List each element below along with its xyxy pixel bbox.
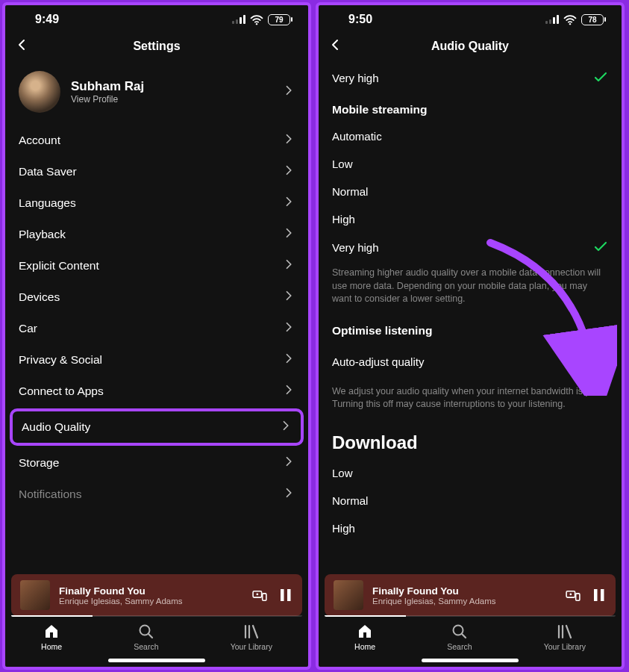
tab-library[interactable]: Your Library — [231, 623, 272, 651]
option-mobile-low[interactable]: Low — [319, 150, 622, 178]
tab-bar: Home Search Your Library — [319, 616, 622, 656]
chevron-right-icon — [284, 322, 295, 335]
chevron-right-icon — [284, 456, 295, 470]
chevron-right-icon — [284, 228, 295, 241]
settings-item-devices[interactable]: Devices — [5, 281, 308, 313]
profile-name: Subham Raj — [71, 79, 274, 94]
pause-icon[interactable] — [278, 588, 293, 603]
tab-home[interactable]: Home — [41, 623, 62, 651]
chevron-right-icon — [284, 488, 295, 501]
tab-home[interactable]: Home — [354, 623, 375, 651]
option-wifi-very-high[interactable]: Very high — [319, 63, 622, 93]
settings-item-playback[interactable]: Playback — [5, 219, 308, 250]
option-mobile-high[interactable]: High — [319, 205, 622, 233]
back-button[interactable] — [16, 39, 28, 54]
settings-item-data-saver[interactable]: Data Saver — [5, 156, 308, 187]
page-title: Audio Quality — [431, 40, 509, 53]
section-mobile-streaming: Mobile streaming — [319, 93, 622, 122]
pause-icon[interactable] — [592, 588, 607, 603]
nav-header: Audio Quality — [319, 29, 622, 63]
settings-item-explicit-content[interactable]: Explicit Content — [5, 250, 308, 281]
chevron-right-icon — [284, 385, 295, 398]
settings-item-car[interactable]: Car — [5, 313, 308, 344]
chevron-right-icon — [284, 165, 295, 178]
settings-item-audio-quality[interactable]: Audio Quality — [13, 411, 301, 443]
nav-header: Settings — [5, 29, 308, 63]
auto-adjust-toggle[interactable] — [569, 351, 608, 373]
home-icon — [357, 623, 373, 640]
option-download-low[interactable]: Low — [319, 459, 622, 487]
status-icons: 79 — [232, 14, 290, 25]
settings-item-storage[interactable]: Storage — [5, 447, 308, 479]
np-artist: Enrique Iglesias, Sammy Adams — [59, 597, 242, 606]
wifi-icon — [250, 14, 263, 25]
now-playing-bar[interactable]: Finally Found You Enrique Iglesias, Samm… — [11, 574, 302, 616]
chevron-left-icon — [329, 39, 341, 51]
chevron-right-icon — [284, 290, 295, 304]
library-icon — [557, 623, 573, 640]
home-indicator[interactable] — [422, 659, 519, 662]
check-icon — [593, 71, 608, 85]
devices-icon[interactable] — [565, 588, 581, 603]
option-mobile-automatic[interactable]: Automatic — [319, 122, 622, 150]
chevron-left-icon — [16, 39, 28, 51]
option-mobile-normal[interactable]: Normal — [319, 178, 622, 205]
battery-icon: 78 — [581, 14, 604, 25]
option-download-normal[interactable]: Normal — [319, 487, 622, 514]
tab-bar: Home Search Your Library — [5, 616, 308, 656]
phone-audio-quality: 9:50 78 Audio Quality Very high Mobile s… — [316, 2, 625, 670]
settings-item-privacy-social[interactable]: Privacy & Social — [5, 344, 308, 376]
page-title: Settings — [133, 40, 180, 53]
tab-library[interactable]: Your Library — [544, 623, 586, 651]
phone-settings: 9:49 79 Settings Subham Raj View Profile… — [2, 2, 311, 670]
cellular-signal-icon — [545, 15, 559, 24]
settings-item-languages[interactable]: Languages — [5, 187, 308, 219]
now-playing-bar[interactable]: Finally Found You Enrique Iglesias, Samm… — [325, 574, 616, 616]
status-bar: 9:50 78 — [319, 5, 622, 29]
setting-label: Playback — [19, 228, 66, 241]
setting-label: Car — [19, 322, 37, 335]
home-indicator[interactable] — [108, 659, 205, 662]
back-button[interactable] — [329, 39, 341, 54]
np-title: Finally Found You — [372, 585, 556, 597]
settings-content[interactable]: Subham Raj View Profile AccountData Save… — [5, 63, 308, 574]
setting-label: Privacy & Social — [19, 353, 102, 367]
settings-item-account[interactable]: Account — [5, 125, 308, 156]
wifi-icon — [563, 14, 577, 25]
setting-label: Explicit Content — [19, 259, 99, 273]
option-mobile-very-high[interactable]: Very high — [319, 233, 622, 262]
chevron-right-icon — [284, 259, 295, 273]
setting-label: Data Saver — [19, 165, 77, 178]
setting-label: Connect to Apps — [19, 385, 104, 398]
setting-label: Account — [19, 134, 60, 147]
search-icon — [138, 623, 154, 640]
devices-icon[interactable] — [251, 588, 268, 603]
status-time: 9:50 — [348, 13, 372, 26]
option-download-high[interactable]: High — [319, 514, 622, 542]
check-icon — [593, 240, 608, 255]
audio-quality-content[interactable]: Very high Mobile streaming AutomaticLowN… — [319, 63, 622, 574]
np-artist: Enrique Iglesias, Sammy Adams — [372, 597, 556, 606]
status-bar: 9:49 79 — [5, 5, 308, 29]
np-title: Finally Found You — [59, 585, 242, 597]
settings-item-connect-to-apps[interactable]: Connect to Apps — [5, 376, 308, 407]
profile-subtitle: View Profile — [71, 94, 274, 105]
status-time: 9:49 — [35, 13, 59, 26]
home-icon — [43, 623, 60, 640]
search-icon — [451, 623, 468, 640]
auto-adjust-row: Auto-adjust quality — [319, 343, 622, 381]
auto-adjust-label: Auto-adjust quality — [332, 355, 424, 368]
album-art — [334, 580, 363, 610]
setting-label: Notifications — [19, 488, 81, 501]
profile-row[interactable]: Subham Raj View Profile — [5, 63, 308, 125]
mobile-streaming-desc: Streaming higher audio quality over a mo… — [319, 262, 622, 314]
chevron-right-icon — [284, 134, 295, 147]
settings-item-notifications[interactable]: Notifications — [5, 479, 308, 510]
setting-label: Storage — [19, 456, 59, 470]
tab-search[interactable]: Search — [447, 623, 472, 651]
status-icons: 78 — [545, 14, 604, 25]
chevron-right-icon — [284, 353, 295, 367]
tab-search[interactable]: Search — [134, 623, 158, 651]
auto-adjust-desc: We adjust your audio quality when your i… — [319, 381, 622, 419]
highlight-audio-quality: Audio Quality — [10, 408, 304, 446]
